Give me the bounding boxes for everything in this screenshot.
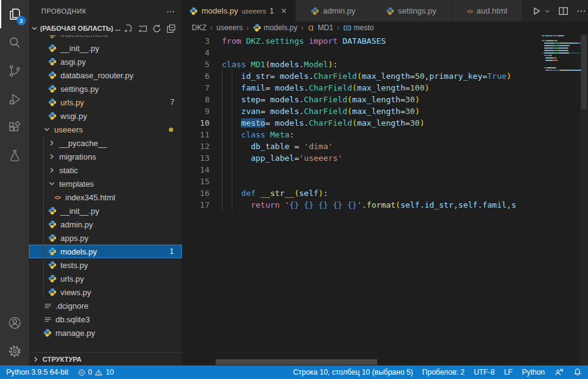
status-item[interactable]: LF [504, 368, 513, 377]
list-file-icon [43, 316, 52, 324]
breadcrumb-DKZ[interactable]: DKZ [192, 23, 206, 32]
tree-item-manage.py[interactable]: manage.py [29, 326, 182, 340]
code-line-15 [222, 176, 539, 187]
status-item[interactable]: UTF-8 [474, 368, 495, 377]
tree-item-db.sqlite3[interactable]: db.sqlite3 [29, 312, 182, 326]
code-editor[interactable]: 34567891011121314151617 from DKZ.setting… [182, 34, 588, 365]
python-file-icon [47, 247, 57, 256]
outline-section-header[interactable]: СТРУКТУРА [29, 352, 182, 365]
tree-item-wsgi.py[interactable]: wsgi.py [29, 109, 182, 123]
tree-item-templates[interactable]: templates [29, 177, 182, 190]
problems-status[interactable]: 0 10 [78, 368, 114, 377]
code-line-5: class MD1(models.Model): [222, 59, 539, 70]
code-line-11: class Meta: [222, 129, 539, 141]
status-item[interactable]: Строка 10, столбец 10 (выбрано 5) [293, 368, 413, 377]
activity-source-control-icon[interactable] [0, 57, 29, 85]
tree-item-static[interactable]: static [29, 163, 182, 177]
status-item[interactable]: Python [522, 368, 545, 377]
line-number: 4 [182, 47, 210, 59]
tree-item-settings.py[interactable]: settings.py [29, 82, 182, 96]
tree-item-asgi.py[interactable]: asgi.py [29, 55, 182, 68]
tab-aud.html[interactable]: <>aud.html [452, 0, 523, 22]
tab-label: models.py [202, 6, 238, 15]
code-line-9: zvan= models.CharField(max_length=30) [222, 105, 539, 117]
line-number: 9 [182, 105, 210, 117]
tree-item-models.py[interactable]: models.py1 [29, 245, 182, 258]
modified-dot [169, 128, 173, 132]
tree-item-migrations[interactable]: migrations [29, 150, 182, 163]
line-number: 5 [182, 59, 210, 70]
tree-item-__init__.py[interactable]: __init__.py [29, 204, 182, 218]
breadcrumb-mesto[interactable]: mesto [343, 23, 374, 32]
tab-settings.py[interactable]: settings.py [371, 0, 452, 22]
activity-run-debug-icon[interactable] [0, 85, 29, 113]
line-number: 3 [182, 35, 210, 47]
activity-testing-icon[interactable] [0, 142, 29, 170]
refresh-icon[interactable] [152, 24, 161, 33]
breadcrumb-MD1[interactable]: MD1 [307, 23, 333, 32]
python-file-icon [47, 98, 57, 107]
run-dropdown-icon[interactable] [544, 8, 550, 14]
chevron-right-icon [47, 166, 56, 174]
status-item[interactable]: Пробелов: 2 [422, 368, 465, 377]
code-content[interactable]: from DKZ.settings import DATABASESclass … [222, 35, 539, 211]
python-file-icon [47, 57, 57, 66]
tab-admin.py[interactable]: admin.py [296, 0, 371, 22]
activity-search-icon[interactable] [0, 28, 29, 57]
tree-item-apps.py[interactable]: apps.py [29, 231, 182, 245]
field-icon [343, 24, 351, 32]
tree-item-label: wsgi.py [60, 112, 87, 121]
python-interpreter-status[interactable]: Python 3.9.5 64-bit [6, 368, 68, 377]
python-file-icon [189, 7, 198, 15]
tree-item-label: apps.py [60, 234, 89, 243]
run-icon[interactable] [531, 6, 541, 16]
new-folder-icon[interactable] [138, 24, 147, 33]
collapse-all-icon[interactable] [166, 24, 176, 33]
line-number: 7 [182, 82, 210, 94]
python-file-icon [47, 206, 57, 215]
python-file-icon [47, 35, 57, 39]
horizontal-scrollbar[interactable] [216, 359, 377, 365]
tree-item-urls.py[interactable]: urls.py7 [29, 96, 182, 109]
activity-explorer-icon[interactable]: 2 [0, 0, 29, 28]
code-line-14 [222, 164, 539, 176]
tree-item-__pycache__[interactable]: __pycache__ [29, 136, 182, 150]
python-file-icon [47, 84, 57, 93]
problems-badge: 1 [169, 247, 174, 256]
indent-guide [232, 70, 232, 211]
tab-models.py[interactable]: models.pyuseeers1 [182, 0, 296, 22]
close-icon[interactable] [280, 7, 288, 15]
tree-item-admin.py[interactable]: admin.py [29, 218, 182, 231]
tree-item-database_roouter.py[interactable]: database_roouter.py [29, 68, 182, 82]
tree-item-urls.py[interactable]: urls.py [29, 272, 182, 285]
line-number: 17 [182, 199, 210, 211]
tree-item-index345.html[interactable]: <>index345.html [29, 190, 182, 204]
vertical-scrollbar[interactable] [580, 34, 588, 365]
tree-item-label: __init__.py [60, 206, 99, 216]
minimap[interactable] [542, 35, 580, 72]
tree-item-__init__.py[interactable]: __init__.py [29, 41, 182, 55]
more-icon[interactable] [576, 6, 586, 16]
bell-icon[interactable] [573, 368, 582, 377]
tree-item-label: tests.py [60, 261, 88, 270]
split-editor-icon[interactable] [558, 6, 568, 16]
tree-item-tests.py[interactable]: tests.py [29, 258, 182, 272]
feedback-icon[interactable] [554, 368, 564, 377]
tree-item-useeers[interactable]: useeers [29, 123, 182, 136]
tree-item-views.py[interactable]: views.py [29, 285, 182, 299]
code-line-8: step= models.CharField(max_length=30) [222, 94, 539, 105]
activity-extensions-icon[interactable] [0, 113, 29, 142]
activity-settings-icon[interactable] [0, 337, 29, 365]
new-file-icon[interactable] [124, 24, 133, 33]
tree-item-indexelement[interactable]: indexelement [29, 35, 182, 41]
problems-badge: 7 [170, 98, 174, 107]
breadcrumb-useeers[interactable]: useeers [216, 23, 243, 32]
sidebar-more-actions-icon[interactable]: ⋯ [166, 6, 176, 16]
tree-item-label: models.py [60, 247, 97, 256]
tree-item-.dcignore[interactable]: .dcignore [29, 299, 182, 312]
tree-item-label: __pycache__ [59, 139, 107, 148]
workspace-section-header[interactable]: (РАБОЧАЯ ОБЛАСТЬ) ... [29, 22, 182, 35]
breadcrumb-models.py[interactable]: models.py [253, 23, 298, 32]
activity-account-icon[interactable] [0, 309, 29, 337]
breadcrumb-label: models.py [264, 23, 298, 32]
